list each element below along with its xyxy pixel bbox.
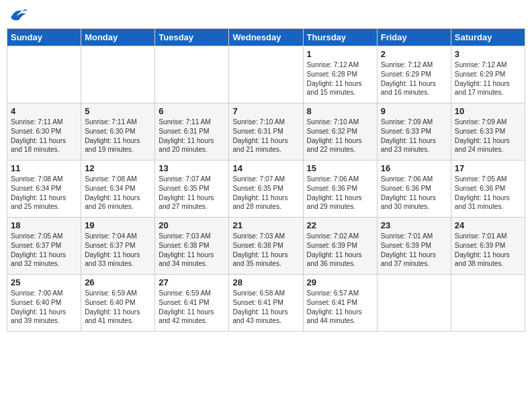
day-info: Sunrise: 6:57 AMSunset: 6:41 PMDaylight:… [307,289,373,326]
calendar-cell [229,46,303,103]
day-info: Sunrise: 6:59 AMSunset: 6:40 PMDaylight:… [85,289,151,326]
day-info: Sunrise: 7:03 AMSunset: 6:38 PMDaylight:… [232,232,299,269]
calendar-cell: 29 Sunrise: 6:57 AMSunset: 6:41 PMDaylig… [303,275,377,332]
column-header-sunday: Sunday [7,29,81,46]
calendar-table: SundayMondayTuesdayWednesdayThursdayFrid… [7,28,525,332]
calendar-cell: 24 Sunrise: 7:01 AMSunset: 6:39 PMDaylig… [451,218,525,275]
day-number: 22 [307,220,373,230]
calendar-cell: 6 Sunrise: 7:11 AMSunset: 6:31 PMDayligh… [155,103,229,161]
day-number: 5 [85,106,151,116]
calendar-cell: 21 Sunrise: 7:03 AMSunset: 6:38 PMDaylig… [229,218,303,275]
day-number: 19 [85,220,151,230]
day-info: Sunrise: 7:12 AMSunset: 6:28 PMDaylight:… [307,60,373,97]
day-info: Sunrise: 7:09 AMSunset: 6:33 PMDaylight:… [381,118,447,154]
day-number: 13 [159,163,225,173]
day-info: Sunrise: 7:12 AMSunset: 6:29 PMDaylight:… [381,60,447,97]
day-number: 14 [232,163,299,173]
calendar-week-row: 11 Sunrise: 7:08 AMSunset: 6:34 PMDaylig… [7,161,525,218]
calendar-cell: 18 Sunrise: 7:05 AMSunset: 6:37 PMDaylig… [7,218,81,275]
calendar-cell: 12 Sunrise: 7:08 AMSunset: 6:34 PMDaylig… [81,161,155,218]
calendar-cell [377,275,451,332]
day-number: 18 [11,220,77,230]
day-info: Sunrise: 7:07 AMSunset: 6:35 PMDaylight:… [159,175,225,212]
day-info: Sunrise: 7:05 AMSunset: 6:36 PMDaylight:… [455,175,521,212]
day-number: 1 [307,49,373,59]
calendar-cell: 27 Sunrise: 6:59 AMSunset: 6:41 PMDaylig… [155,275,229,332]
day-info: Sunrise: 7:01 AMSunset: 6:39 PMDaylight:… [455,232,521,269]
calendar-cell: 17 Sunrise: 7:05 AMSunset: 6:36 PMDaylig… [451,161,525,218]
calendar-cell: 1 Sunrise: 7:12 AMSunset: 6:28 PMDayligh… [303,46,377,103]
day-info: Sunrise: 7:06 AMSunset: 6:36 PMDaylight:… [307,175,373,212]
day-number: 27 [159,277,225,287]
calendar-cell: 22 Sunrise: 7:02 AMSunset: 6:39 PMDaylig… [303,218,377,275]
day-info: Sunrise: 7:06 AMSunset: 6:36 PMDaylight:… [381,175,447,212]
day-number: 23 [381,220,447,230]
calendar-cell: 7 Sunrise: 7:10 AMSunset: 6:31 PMDayligh… [229,103,303,161]
day-info: Sunrise: 6:59 AMSunset: 6:41 PMDaylight:… [159,289,225,326]
calendar-cell: 15 Sunrise: 7:06 AMSunset: 6:36 PMDaylig… [303,161,377,218]
day-number: 20 [159,220,225,230]
column-header-monday: Monday [81,29,155,46]
day-info: Sunrise: 7:04 AMSunset: 6:37 PMDaylight:… [85,232,151,269]
day-info: Sunrise: 7:02 AMSunset: 6:39 PMDaylight:… [307,232,373,269]
calendar-cell [7,46,81,103]
day-info: Sunrise: 7:11 AMSunset: 6:30 PMDaylight:… [85,118,151,154]
day-number: 3 [455,49,521,59]
calendar-cell: 28 Sunrise: 6:58 AMSunset: 6:41 PMDaylig… [229,275,303,332]
header [7,7,525,23]
calendar-cell: 23 Sunrise: 7:01 AMSunset: 6:39 PMDaylig… [377,218,451,275]
calendar-cell: 10 Sunrise: 7:09 AMSunset: 6:33 PMDaylig… [451,103,525,161]
day-number: 12 [85,163,151,173]
day-number: 11 [11,163,77,173]
calendar-header-row: SundayMondayTuesdayWednesdayThursdayFrid… [7,29,525,46]
calendar-cell: 13 Sunrise: 7:07 AMSunset: 6:35 PMDaylig… [155,161,229,218]
logo [7,7,27,23]
day-number: 17 [455,163,521,173]
column-header-wednesday: Wednesday [229,29,303,46]
day-info: Sunrise: 7:08 AMSunset: 6:34 PMDaylight:… [11,175,77,212]
day-info: Sunrise: 7:11 AMSunset: 6:31 PMDaylight:… [159,118,225,154]
day-number: 26 [85,277,151,287]
column-header-thursday: Thursday [303,29,377,46]
day-number: 6 [159,106,225,116]
column-header-friday: Friday [377,29,451,46]
day-number: 7 [232,106,299,116]
day-number: 15 [307,163,373,173]
calendar-week-row: 18 Sunrise: 7:05 AMSunset: 6:37 PMDaylig… [7,218,525,275]
calendar-cell [155,46,229,103]
calendar-cell: 16 Sunrise: 7:06 AMSunset: 6:36 PMDaylig… [377,161,451,218]
day-number: 10 [455,106,521,116]
calendar-cell: 3 Sunrise: 7:12 AMSunset: 6:29 PMDayligh… [451,46,525,103]
day-number: 28 [232,277,299,287]
day-info: Sunrise: 7:11 AMSunset: 6:30 PMDaylight:… [11,118,77,154]
day-info: Sunrise: 7:12 AMSunset: 6:29 PMDaylight:… [455,60,521,97]
day-info: Sunrise: 7:03 AMSunset: 6:38 PMDaylight:… [159,232,225,269]
calendar-week-row: 1 Sunrise: 7:12 AMSunset: 6:28 PMDayligh… [7,46,525,103]
day-info: Sunrise: 7:10 AMSunset: 6:32 PMDaylight:… [307,118,373,154]
calendar-cell: 2 Sunrise: 7:12 AMSunset: 6:29 PMDayligh… [377,46,451,103]
column-header-saturday: Saturday [451,29,525,46]
day-number: 29 [307,277,373,287]
day-info: Sunrise: 7:07 AMSunset: 6:35 PMDaylight:… [232,175,299,212]
calendar-cell [81,46,155,103]
calendar-week-row: 25 Sunrise: 7:00 AMSunset: 6:40 PMDaylig… [7,275,525,332]
day-info: Sunrise: 7:05 AMSunset: 6:37 PMDaylight:… [11,232,77,269]
calendar-cell: 20 Sunrise: 7:03 AMSunset: 6:38 PMDaylig… [155,218,229,275]
calendar-cell: 8 Sunrise: 7:10 AMSunset: 6:32 PMDayligh… [303,103,377,161]
logo-bird-icon [8,7,27,23]
calendar-cell: 5 Sunrise: 7:11 AMSunset: 6:30 PMDayligh… [81,103,155,161]
day-info: Sunrise: 7:01 AMSunset: 6:39 PMDaylight:… [381,232,447,269]
day-number: 8 [307,106,373,116]
calendar-cell: 25 Sunrise: 7:00 AMSunset: 6:40 PMDaylig… [7,275,81,332]
calendar-cell: 14 Sunrise: 7:07 AMSunset: 6:35 PMDaylig… [229,161,303,218]
day-number: 21 [232,220,299,230]
day-info: Sunrise: 7:09 AMSunset: 6:33 PMDaylight:… [455,118,521,154]
calendar-cell: 9 Sunrise: 7:09 AMSunset: 6:33 PMDayligh… [377,103,451,161]
calendar-cell: 19 Sunrise: 7:04 AMSunset: 6:37 PMDaylig… [81,218,155,275]
day-info: Sunrise: 7:00 AMSunset: 6:40 PMDaylight:… [11,289,77,326]
calendar-cell: 11 Sunrise: 7:08 AMSunset: 6:34 PMDaylig… [7,161,81,218]
calendar-week-row: 4 Sunrise: 7:11 AMSunset: 6:30 PMDayligh… [7,103,525,161]
day-info: Sunrise: 6:58 AMSunset: 6:41 PMDaylight:… [232,289,299,326]
column-header-tuesday: Tuesday [155,29,229,46]
calendar-cell: 4 Sunrise: 7:11 AMSunset: 6:30 PMDayligh… [7,103,81,161]
